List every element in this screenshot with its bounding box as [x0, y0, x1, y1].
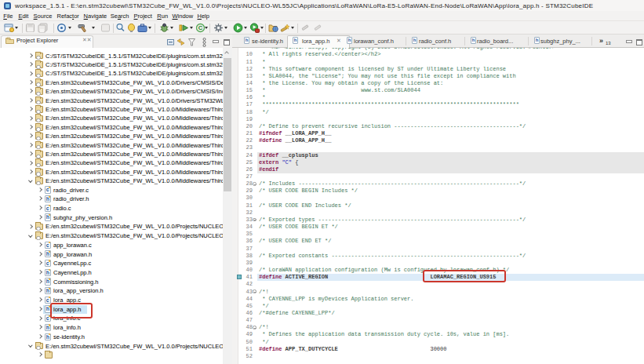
svg-text:C: C — [198, 24, 203, 31]
